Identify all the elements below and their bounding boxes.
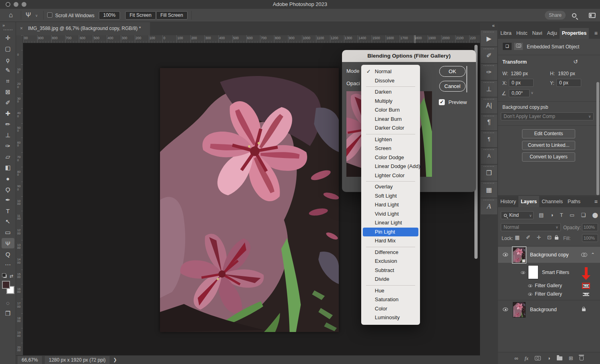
delete-layer-icon[interactable] — [580, 356, 584, 360]
paragraph-styles-panel-icon[interactable]: ¶ — [481, 131, 497, 147]
blend-menu-item[interactable]: ✓Multiply — [361, 97, 420, 106]
path-selection-tool[interactable]: ↖ — [2, 216, 14, 227]
clone-source-panel-icon[interactable]: ⊥ — [481, 81, 497, 97]
x-field[interactable]: 0 px — [509, 79, 534, 87]
document-tab[interactable]: × IMG_3588.jpg @ 66,7% (Background copy,… — [16, 22, 150, 35]
layer-name[interactable]: Background copy — [530, 252, 569, 258]
clone-stamp-tool[interactable]: ⊥ — [2, 130, 14, 140]
collapse-filters-icon[interactable]: ⌃ — [591, 252, 595, 258]
convert-to-linked-button[interactable]: Convert to Linked... — [522, 141, 575, 150]
quick-mask-button[interactable]: ◌ — [2, 298, 14, 308]
layer-thumbnail[interactable]: ❏ — [513, 248, 525, 262]
layer-name[interactable]: Background — [530, 307, 557, 312]
filter-gallery-label[interactable]: Filter Gallery — [535, 291, 562, 297]
hand-tool-chevron-icon[interactable]: ∨ — [35, 14, 38, 18]
lock-position-icon[interactable]: ✛ — [537, 234, 541, 240]
filter-shape-icon[interactable]: ▭ — [570, 211, 574, 219]
lock-pixels-icon[interactable]: ✐ — [526, 234, 530, 240]
hand-tool-icon[interactable]: Ψ — [26, 12, 31, 19]
layer-row-background-copy[interactable]: ❏ Background copy ⌃ — [498, 247, 600, 263]
new-layer-icon[interactable]: ⊞ — [569, 355, 573, 361]
toolbar-grip[interactable] — [4, 29, 12, 30]
tab-close-icon[interactable]: × — [20, 22, 23, 35]
filter-smart-object-icon[interactable]: ❏ — [581, 211, 586, 219]
blend-menu-item[interactable]: ✓Dissolve — [361, 76, 420, 86]
status-expand-icon[interactable]: ❯ — [113, 357, 117, 362]
lock-artboard-icon[interactable]: ⊡ — [547, 234, 552, 240]
cancel-button[interactable]: Cancel — [439, 81, 466, 92]
blend-menu-item[interactable]: ✓Screen — [361, 144, 420, 153]
zoom-level-field[interactable]: 66,67% — [18, 356, 42, 364]
rectangle-tool[interactable]: ▭ — [2, 227, 14, 238]
convert-to-layers-button[interactable]: Convert to Layers — [522, 152, 575, 162]
home-icon[interactable]: ⌂ — [9, 11, 13, 19]
blend-menu-item[interactable]: ✓Normal — [361, 67, 420, 76]
layer-blend-mode-select[interactable]: Normal — [501, 223, 561, 231]
blend-menu-item[interactable]: ✓Hard Light — [361, 200, 420, 210]
type-tool[interactable]: T — [2, 206, 14, 216]
layer-style-icon[interactable]: fx — [525, 355, 528, 362]
document-image[interactable] — [160, 68, 339, 332]
gradient-tool[interactable]: ◧ — [2, 162, 14, 173]
layers-panel-menu-icon[interactable]: ≡ — [594, 198, 598, 205]
fit-screen-button[interactable]: Fit Screen — [125, 11, 156, 20]
history-brush-tool[interactable]: ✑ — [2, 141, 14, 151]
layer-row-background[interactable]: Background — [498, 301, 600, 318]
blend-menu-item[interactable]: ✓Saturation — [361, 295, 420, 304]
fill-screen-button[interactable]: Fill Screen — [156, 11, 188, 20]
blend-menu-item[interactable]: ✓Darken — [361, 88, 420, 97]
zoom-tool[interactable]: Q — [2, 249, 14, 259]
search-icon[interactable] — [572, 13, 576, 18]
link-layers-icon[interactable]: ∞ — [514, 355, 518, 361]
filter-gallery-row-1[interactable]: Filter Gallery — [498, 282, 600, 290]
character-styles-panel-icon[interactable]: A — [481, 148, 497, 164]
visibility-eye-icon[interactable] — [503, 308, 508, 311]
quick-selection-tool[interactable]: ✎ — [2, 65, 14, 76]
swap-colors-icon[interactable]: ⇄ — [10, 274, 13, 279]
default-colors-icon[interactable] — [3, 274, 7, 278]
angle-field[interactable]: 0,00° — [509, 89, 530, 97]
blend-menu-item[interactable]: ✓Lighten — [361, 135, 420, 144]
actions-panel-icon[interactable]: ▶ — [481, 30, 497, 46]
eraser-tool[interactable]: ▱ — [2, 152, 14, 162]
blend-menu-item[interactable]: ✓Linear Burn — [361, 115, 420, 124]
foreground-color-swatch[interactable] — [2, 281, 10, 289]
lock-transparency-icon[interactable]: ▦ — [515, 234, 520, 240]
dialog-title[interactable]: Blending Options (Filter Gallery) — [342, 50, 476, 62]
blend-menu-item[interactable]: ✓Hard Mix — [361, 236, 420, 246]
filter-image-icon[interactable]: ▤ — [539, 211, 544, 219]
filter-blending-options-icon[interactable] — [583, 284, 589, 288]
frame-tool[interactable]: ⊠ — [2, 87, 14, 97]
angle-chevron-icon[interactable]: ∨ — [531, 91, 534, 95]
screen-mode-button[interactable]: ❐ — [2, 308, 14, 319]
lasso-tool[interactable]: ϙ — [2, 54, 14, 65]
blur-tool[interactable]: ● — [2, 173, 14, 184]
brush-tool[interactable]: ✏ — [2, 119, 14, 130]
new-group-icon[interactable] — [557, 356, 562, 360]
crop-tool[interactable]: ⌗ — [2, 76, 14, 86]
lock-all-icon[interactable] — [555, 237, 558, 240]
ok-button[interactable]: OK — [439, 66, 466, 77]
filter-gallery-label[interactable]: Filter Gallery — [535, 283, 562, 288]
blend-menu-item[interactable]: ✓Color Dodge — [361, 153, 420, 162]
blend-menu-item[interactable]: ✓Color Burn — [361, 106, 420, 115]
brush-settings-panel-icon[interactable]: ✐ — [481, 47, 497, 63]
eyedropper-tool[interactable]: ✐ — [2, 98, 14, 108]
paragraph-panel-icon[interactable]: ¶ — [481, 114, 497, 130]
pattern-panel-icon[interactable]: ▦ — [481, 182, 497, 198]
preview-checkbox[interactable]: ✓ — [439, 99, 445, 105]
mask-mode-icon[interactable] — [514, 43, 523, 50]
edit-contents-button[interactable]: Edit Contents — [522, 129, 575, 138]
blend-menu-item[interactable]: ✓Linear Light — [361, 218, 420, 228]
smart-filter-indicator-icon[interactable] — [581, 253, 587, 257]
fill-field[interactable]: 100% — [582, 234, 598, 242]
move-tool[interactable]: ✛ — [2, 33, 14, 43]
filter-blending-options-icon[interactable] — [583, 292, 589, 296]
transform-reset-icon[interactable]: ↺ — [573, 58, 578, 65]
window-minimize-button[interactable] — [14, 2, 18, 7]
character-panel-icon[interactable]: A| — [481, 98, 497, 114]
toolbar-collapse-icon[interactable]: » — [0, 22, 16, 28]
window-close-button[interactable] — [6, 2, 10, 7]
blend-menu-item[interactable]: ✓Vivid Light — [361, 210, 420, 219]
visibility-eye-icon[interactable] — [521, 271, 525, 274]
